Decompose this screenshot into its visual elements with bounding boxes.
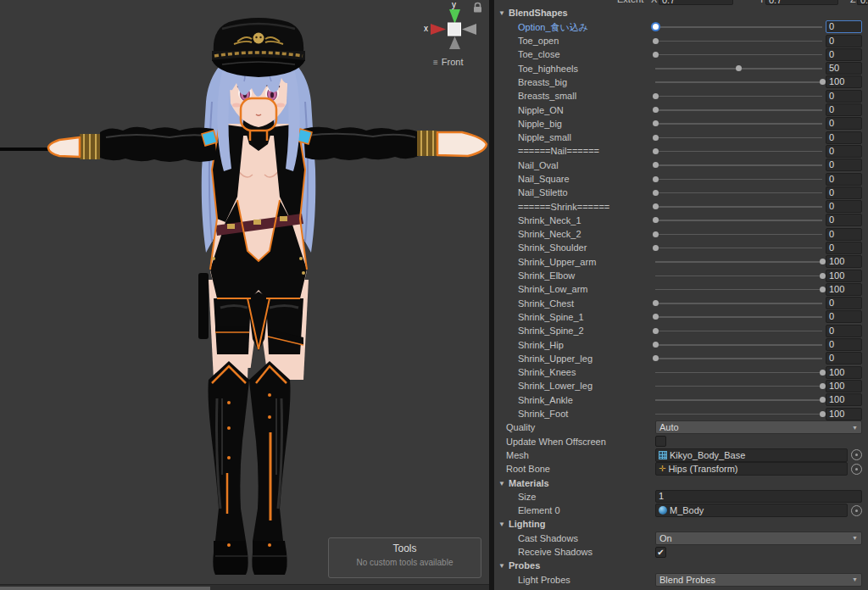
blendshape-slider[interactable]: [655, 201, 822, 213]
slider-knob[interactable]: [653, 190, 659, 196]
extent-z-field[interactable]: 0.7: [857, 0, 868, 5]
slider-knob[interactable]: [820, 273, 826, 279]
slider-knob[interactable]: [653, 245, 659, 251]
slider-knob[interactable]: [653, 148, 659, 154]
blendshape-value-field[interactable]: 0: [826, 325, 862, 337]
blendshape-value-field[interactable]: 0: [826, 103, 862, 116]
blendshape-slider[interactable]: [655, 283, 822, 295]
foldout-arrow-icon[interactable]: ▼: [498, 562, 505, 570]
materials-foldout[interactable]: ▼ Materials: [494, 476, 868, 489]
blendshape-value-field[interactable]: 0: [826, 214, 862, 226]
blendshape-value-field[interactable]: 100: [826, 283, 862, 296]
slider-knob[interactable]: [653, 24, 659, 30]
blendshape-slider[interactable]: [655, 256, 822, 268]
gizmo-center-cube[interactable]: [448, 23, 461, 36]
slider-knob[interactable]: [653, 231, 659, 237]
update-when-offscreen-checkbox[interactable]: [655, 436, 666, 447]
slider-knob[interactable]: [653, 342, 659, 348]
blendshape-value-field[interactable]: 0: [826, 20, 862, 33]
receive-shadows-checkbox[interactable]: ✔: [655, 547, 666, 558]
blendshape-slider[interactable]: [655, 76, 822, 88]
blendshape-slider[interactable]: [655, 214, 822, 226]
element0-object-field[interactable]: M_Body: [655, 504, 848, 517]
lighting-foldout[interactable]: ▼ Lighting: [494, 517, 868, 531]
slider-knob[interactable]: [820, 259, 826, 264]
blendshape-value-field[interactable]: 0: [826, 35, 862, 47]
foldout-arrow-icon[interactable]: ▼: [498, 9, 505, 17]
blendshape-slider[interactable]: [655, 394, 822, 406]
blendshape-value-field[interactable]: 0: [826, 90, 862, 103]
blendshape-slider[interactable]: [655, 104, 822, 116]
gizmo-neg-x-axis[interactable]: [462, 24, 476, 35]
blendshape-slider[interactable]: [655, 90, 822, 102]
blendshape-slider[interactable]: [655, 145, 822, 157]
root-bone-object-field[interactable]: ✛ Hips (Transform): [655, 462, 848, 476]
blendshape-value-field[interactable]: 0: [826, 48, 862, 61]
horizontal-scrollbar-thumb[interactable]: [0, 587, 210, 590]
blendshape-slider[interactable]: [655, 242, 822, 253]
slider-knob[interactable]: [820, 411, 826, 417]
slider-knob[interactable]: [820, 383, 826, 389]
extent-y-field[interactable]: 0.7: [765, 0, 838, 5]
lock-icon[interactable]: [474, 3, 481, 13]
blendshape-slider[interactable]: [655, 339, 822, 351]
blendshape-value-field[interactable]: 50: [826, 62, 862, 75]
blendshape-value-field[interactable]: 0: [826, 145, 862, 158]
mesh-object-field[interactable]: Kikyo_Body_Base: [655, 448, 848, 462]
blendshape-slider[interactable]: [655, 173, 822, 185]
blendshape-slider[interactable]: [655, 380, 822, 392]
blendshapes-foldout[interactable]: ▼ BlendShapes: [494, 6, 868, 19]
blendshape-slider[interactable]: [655, 118, 822, 130]
blendshape-value-field[interactable]: 0: [826, 159, 862, 171]
blendshape-slider[interactable]: [655, 35, 822, 47]
light-probes-dropdown[interactable]: Blend Probes ▼: [655, 573, 862, 587]
object-picker-icon[interactable]: [851, 449, 862, 460]
slider-knob[interactable]: [736, 65, 742, 71]
blendshape-slider[interactable]: [655, 48, 822, 60]
slider-knob[interactable]: [653, 120, 659, 126]
foldout-arrow-icon[interactable]: ▼: [498, 479, 505, 487]
object-picker-icon[interactable]: [851, 464, 862, 475]
slider-knob[interactable]: [653, 328, 659, 334]
slider-knob[interactable]: [820, 370, 826, 376]
blendshape-value-field[interactable]: 0: [826, 228, 862, 241]
slider-knob[interactable]: [653, 203, 659, 209]
quality-dropdown[interactable]: Auto ▼: [655, 420, 862, 434]
blendshape-value-field[interactable]: 0: [826, 117, 862, 130]
slider-knob[interactable]: [653, 52, 659, 58]
gizmo-projection-button[interactable]: ≡ Front: [433, 57, 464, 67]
foldout-arrow-icon[interactable]: ▼: [498, 520, 505, 528]
blendshape-slider[interactable]: [655, 21, 822, 33]
blendshape-value-field[interactable]: 100: [826, 393, 862, 406]
blendshape-value-field[interactable]: 0: [826, 297, 862, 309]
gizmo-x-axis[interactable]: [431, 24, 446, 35]
slider-knob[interactable]: [653, 93, 659, 99]
blendshape-value-field[interactable]: 0: [826, 242, 862, 254]
blendshape-slider[interactable]: [655, 131, 822, 143]
size-field[interactable]: 1: [655, 490, 862, 503]
gizmo-neg-y-axis[interactable]: [449, 36, 460, 49]
slider-knob[interactable]: [653, 300, 659, 306]
blendshape-slider[interactable]: [655, 186, 822, 198]
blendshape-value-field[interactable]: 0: [826, 131, 862, 144]
blendshape-value-field[interactable]: 100: [826, 408, 862, 420]
slider-knob[interactable]: [653, 355, 659, 361]
blendshape-slider[interactable]: [655, 408, 822, 420]
blendshape-slider[interactable]: [655, 63, 822, 75]
blendshape-value-field[interactable]: 0: [826, 352, 862, 365]
probes-foldout[interactable]: ▼ Probes: [494, 559, 868, 572]
object-picker-icon[interactable]: [851, 505, 862, 516]
cast-shadows-dropdown[interactable]: On ▼: [655, 532, 862, 545]
blendshape-slider[interactable]: [655, 353, 822, 365]
blendshape-value-field[interactable]: 100: [826, 366, 862, 379]
gizmo-y-axis[interactable]: [449, 9, 460, 24]
blendshape-slider[interactable]: [655, 159, 822, 171]
slider-knob[interactable]: [820, 79, 826, 85]
blendshape-value-field[interactable]: 100: [826, 380, 862, 392]
orientation-gizmo[interactable]: y x: [417, 0, 489, 51]
blendshape-slider[interactable]: [655, 298, 822, 309]
blendshape-slider[interactable]: [655, 270, 822, 281]
blendshape-value-field[interactable]: 100: [826, 255, 862, 268]
slider-knob[interactable]: [820, 397, 826, 403]
blendshape-value-field[interactable]: 0: [826, 200, 862, 213]
